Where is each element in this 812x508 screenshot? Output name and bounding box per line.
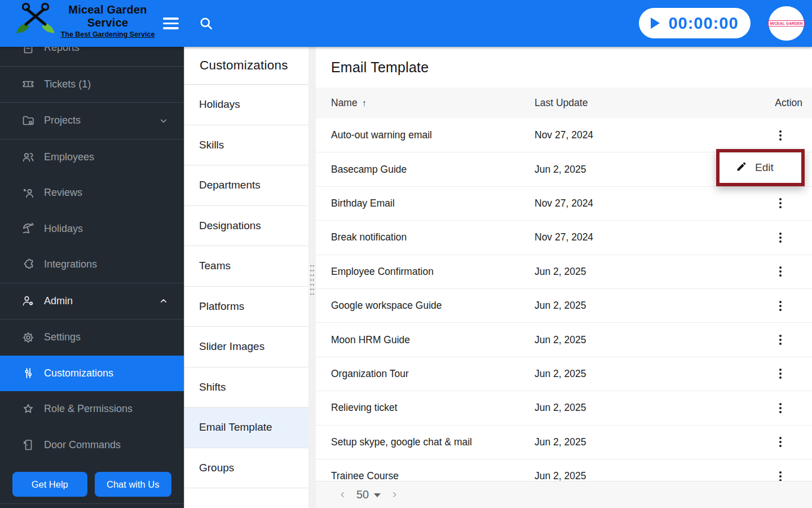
page-size-select[interactable]: 50: [356, 488, 381, 501]
column-header-name[interactable]: Name: [331, 97, 358, 109]
pagination-prev-icon[interactable]: [338, 491, 347, 499]
sidebar-item-settings[interactable]: Settings: [0, 319, 184, 356]
table-row: Relieving ticket Jun 2, 2025: [316, 391, 812, 425]
sidebar-item-label: Tickets (1): [44, 78, 91, 90]
table-row: Birthday Email Nov 27, 2024: [316, 187, 812, 221]
sidebar-item-label: Employees: [44, 151, 94, 163]
sidebar-item-label: Reports: [44, 47, 80, 54]
sidebar-item-label: Customizations: [44, 367, 113, 379]
template-name: Birthday Email: [316, 198, 535, 209]
sidebar-item-integrations[interactable]: Integrations: [0, 247, 184, 283]
table-row: Break notification Nov 27, 2024: [316, 221, 812, 255]
user-avatar[interactable]: MICEAL GARDEN: [769, 6, 804, 41]
edit-menu-item[interactable]: Edit: [716, 149, 805, 186]
row-actions-menu-icon[interactable]: [776, 299, 784, 313]
panel-item-groups[interactable]: Groups: [184, 448, 316, 489]
last-update: Jun 2, 2025: [535, 300, 744, 312]
main-content: Email Template Name ↑ Last Update Action…: [316, 47, 812, 508]
settings-icon: [21, 331, 35, 344]
last-update: Nov 27, 2024: [535, 129, 744, 141]
template-name: Google workspace Guide: [316, 300, 535, 312]
last-update: Jun 2, 2025: [535, 470, 744, 482]
page-size-value: 50: [356, 488, 369, 501]
row-actions-menu-icon[interactable]: [776, 332, 784, 347]
panel-item-holidays[interactable]: Holidays: [184, 85, 316, 125]
table-row: Auto-out warning email Nov 27, 2024: [316, 119, 812, 152]
sidebar-item-door-commands[interactable]: Door Commands: [0, 427, 184, 463]
panel-item-designations[interactable]: Designations: [184, 206, 316, 247]
play-icon[interactable]: [651, 17, 660, 29]
panel-resize-handle[interactable]: [308, 47, 316, 508]
panel-item-email-template[interactable]: Email Template: [184, 408, 316, 448]
row-actions-menu-icon[interactable]: [776, 230, 784, 245]
panel-item-teams[interactable]: Teams: [184, 246, 316, 287]
brand-subtitle: The Best Gardening Service: [58, 30, 158, 38]
sidebar-item-projects[interactable]: Projects: [0, 103, 184, 139]
avatar-label: MICEAL GARDEN: [768, 20, 804, 27]
panel-item-slider-images[interactable]: Slider Images: [184, 327, 316, 367]
table-row: Setup skype, google chat & mail Jun 2, 2…: [316, 426, 812, 459]
last-update: Jun 2, 2025: [535, 164, 744, 176]
table-row: Google workspace Guide Jun 2, 2025: [316, 289, 812, 323]
row-actions-menu-icon[interactable]: [776, 435, 784, 449]
main-sidebar: Reports Tickets (1) Projects: [0, 47, 184, 508]
row-actions-menu-icon[interactable]: [776, 128, 784, 143]
pencil-icon: [736, 161, 747, 175]
sidebar-item-reviews[interactable]: Reviews: [0, 175, 184, 211]
reviews-icon: [21, 186, 35, 200]
sidebar-item-holidays[interactable]: Holidays: [0, 211, 184, 247]
timer-widget[interactable]: 00:00:00: [639, 8, 751, 38]
divider: [0, 503, 184, 504]
sidebar-item-employees[interactable]: Employees: [0, 139, 184, 176]
template-name: Moon HRM Guide: [316, 334, 535, 346]
customizations-icon: [21, 366, 35, 380]
sidebar-item-label: Admin: [44, 295, 73, 307]
projects-icon: [21, 114, 35, 128]
door-commands-icon: [21, 438, 35, 452]
edit-menu-label: Edit: [755, 161, 774, 174]
template-name: Relieving ticket: [316, 402, 535, 414]
get-help-button[interactable]: Get Help: [12, 472, 87, 497]
caret-down-icon: [374, 493, 381, 497]
last-update: Jun 2, 2025: [535, 368, 744, 380]
brand-title: Miceal Garden Service: [58, 3, 158, 29]
employees-icon: [21, 150, 35, 164]
sidebar-item-admin[interactable]: Admin: [0, 283, 184, 319]
hamburger-menu-icon[interactable]: [163, 17, 179, 29]
customizations-panel: Customizations Holidays Skills Departmen…: [184, 47, 316, 508]
row-actions-menu-icon[interactable]: [776, 401, 784, 415]
sidebar-item-customizations[interactable]: Customizations: [0, 356, 184, 392]
template-name: Employee Confirmation: [316, 266, 535, 278]
page-title: Email Template: [316, 47, 812, 87]
sort-asc-icon[interactable]: ↑: [362, 98, 367, 108]
last-update: Jun 2, 2025: [535, 402, 744, 414]
last-update: Nov 27, 2024: [535, 231, 744, 243]
row-actions-menu-icon[interactable]: [776, 196, 784, 211]
sidebar-item-reports[interactable]: Reports: [0, 47, 184, 66]
sidebar-item-label: Role & Permissions: [44, 403, 133, 415]
panel-item-platforms[interactable]: Platforms: [184, 287, 316, 327]
panel-title: Customizations: [184, 47, 316, 85]
brand-logo[interactable]: Miceal Garden Service The Best Gardening…: [15, 1, 158, 44]
panel-item-shifts[interactable]: Shifts: [184, 367, 316, 408]
tickets-icon: [21, 77, 35, 91]
panel-item-departments[interactable]: Departments: [184, 165, 316, 206]
sidebar-item-label: Integrations: [44, 259, 97, 270]
panel-item-skills[interactable]: Skills: [184, 125, 316, 166]
timer-value: 00:00:00: [668, 14, 738, 33]
row-actions-menu-icon[interactable]: [776, 264, 784, 279]
sidebar-item-role-permissions[interactable]: Role & Permissions: [0, 391, 184, 427]
chevron-down-icon: [158, 115, 169, 126]
table-footer: 50: [316, 481, 812, 508]
chat-with-us-button[interactable]: Chat with Us: [95, 472, 171, 497]
sidebar-item-tickets[interactable]: Tickets (1): [0, 67, 184, 103]
column-header-action: Action: [744, 97, 812, 109]
drag-handle-dots-icon: [310, 264, 315, 296]
row-actions-menu-icon[interactable]: [776, 366, 784, 381]
table-row: Moon HRM Guide Jun 2, 2025: [316, 323, 812, 357]
column-header-last-update[interactable]: Last Update: [535, 97, 744, 109]
sidebar-item-label: Projects: [44, 115, 81, 126]
pagination-next-icon[interactable]: [390, 491, 399, 499]
integrations-icon: [21, 258, 35, 271]
search-icon[interactable]: [198, 16, 214, 31]
